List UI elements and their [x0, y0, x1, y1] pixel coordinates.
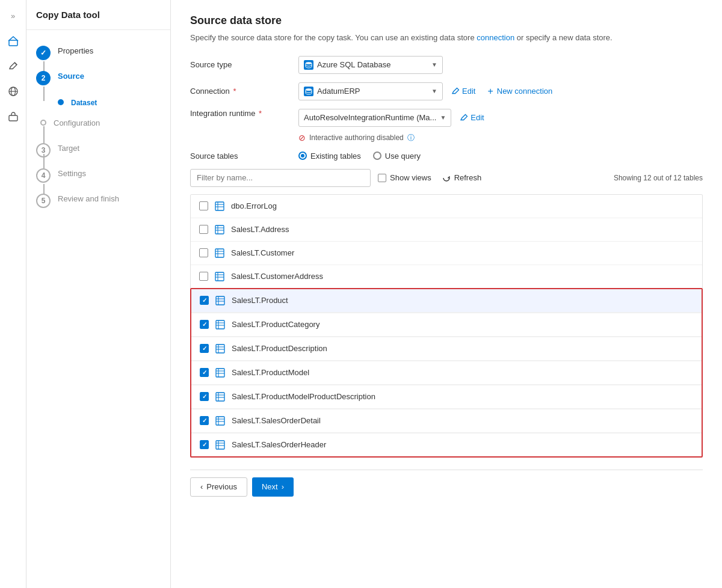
- table-checkbox-8[interactable]: [200, 392, 209, 401]
- svg-rect-20: [215, 272, 224, 281]
- table-grid-icon-8: [215, 391, 226, 402]
- connection-row: Connection * AdatumERP ▼ Edit + New conn…: [190, 82, 703, 100]
- connection-link[interactable]: connection: [477, 33, 514, 42]
- table-name-5: SalesLT.ProductCategory: [232, 320, 319, 329]
- source-tables-row: Source tables Existing tables Use query: [190, 152, 703, 161]
- table-checkbox-3[interactable]: [199, 272, 208, 281]
- table-row[interactable]: SalesLT.ProductCategory: [191, 313, 702, 337]
- edit-icon[interactable]: [2, 55, 24, 77]
- bottom-nav: ‹ Previous Next ›: [190, 470, 703, 504]
- nav-panel: Copy Data tool ✓ Properties 2 Source Dat…: [26, 0, 171, 588]
- table-checkbox-10[interactable]: [200, 440, 209, 449]
- connection-required: *: [231, 87, 236, 96]
- table-row[interactable]: SalesLT.CustomerAddress: [191, 265, 702, 288]
- table-name-9: SalesLT.SalesOrderDetail: [232, 416, 321, 425]
- step-target[interactable]: 3 Target: [26, 132, 170, 162]
- refresh-button[interactable]: Refresh: [439, 171, 486, 185]
- connection-controls: AdatumERP ▼ Edit + New connection: [298, 82, 556, 100]
- step3-label: Target: [58, 142, 79, 153]
- svg-rect-40: [216, 393, 224, 401]
- new-connection-button[interactable]: + New connection: [484, 84, 556, 99]
- step-configuration[interactable]: Configuration: [26, 107, 170, 132]
- step-review[interactable]: 5 Review and finish: [26, 188, 170, 213]
- table-checkbox-6[interactable]: [200, 344, 209, 353]
- connection-dropdown[interactable]: AdatumERP ▼: [298, 82, 443, 100]
- table-checkbox-5[interactable]: [200, 320, 209, 329]
- table-row[interactable]: SalesLT.SalesOrderDetail: [191, 409, 702, 433]
- table-checkbox-7[interactable]: [200, 368, 209, 377]
- table-checkbox-9[interactable]: [200, 416, 209, 425]
- table-row[interactable]: SalesLT.Customer: [191, 242, 702, 265]
- source-type-dropdown[interactable]: Azure SQL Database ▼: [298, 56, 443, 74]
- connection-label: Connection *: [190, 87, 298, 96]
- prev-chevron-icon: ‹: [200, 482, 203, 491]
- table-name-10: SalesLT.SalesOrderHeader: [232, 440, 326, 449]
- table-row[interactable]: SalesLT.ProductModelProductDescription: [191, 385, 702, 409]
- filter-bar: Show views Refresh Showing 12 out of 12 …: [190, 169, 703, 187]
- source-type-label: Source type: [190, 60, 298, 69]
- nav-steps: ✓ Properties 2 Source Dataset C: [26, 30, 170, 222]
- briefcase-icon[interactable]: [2, 106, 24, 127]
- authoring-info-icon[interactable]: ⓘ: [407, 133, 415, 143]
- table-row[interactable]: dbo.ErrorLog: [191, 195, 702, 218]
- expand-icon[interactable]: »: [2, 5, 24, 26]
- ir-value: AutoResolveIntegrationRuntime (Ma...: [304, 113, 436, 122]
- table-grid-icon-3: [214, 271, 225, 282]
- table-name-6: SalesLT.ProductDescription: [232, 344, 327, 353]
- step-properties[interactable]: ✓ Properties: [26, 40, 170, 65]
- ir-required: *: [256, 109, 262, 118]
- table-checkbox-4[interactable]: [200, 296, 209, 305]
- source-type-controls: Azure SQL Database ▼: [298, 56, 443, 74]
- table-row[interactable]: SalesLT.SalesOrderHeader: [191, 433, 702, 456]
- step5-label: Review and finish: [58, 192, 119, 203]
- step2-label: Source: [58, 70, 84, 81]
- table-name-3: SalesLT.CustomerAddress: [231, 272, 323, 281]
- step-settings[interactable]: 4 Settings: [26, 162, 170, 188]
- table-checkbox-0[interactable]: [199, 201, 208, 210]
- source-type-row: Source type Azure SQL Database ▼: [190, 56, 703, 74]
- table-row[interactable]: SalesLT.ProductModel: [191, 361, 702, 385]
- show-views-label[interactable]: Show views: [378, 173, 431, 182]
- main-content: Source data store Specify the source dat…: [171, 0, 722, 588]
- page-desc: Specify the source data store for the co…: [190, 32, 703, 44]
- step1-circle: ✓: [36, 46, 51, 60]
- edit-ir-button[interactable]: Edit: [456, 111, 487, 124]
- table-name-7: SalesLT.ProductModel: [232, 368, 309, 377]
- refresh-icon: [442, 174, 451, 182]
- table-grid-icon-10: [215, 439, 226, 450]
- table-row[interactable]: SalesLT.Address: [191, 218, 702, 242]
- svg-rect-48: [216, 441, 224, 449]
- radio-existing-tables[interactable]: Existing tables: [298, 152, 361, 161]
- ir-chevron: ▼: [440, 114, 446, 121]
- connection-chevron: ▼: [431, 88, 437, 94]
- table-name-1: SalesLT.Address: [231, 225, 289, 234]
- radio-existing-circle: [298, 152, 307, 160]
- table-grid-icon-2: [214, 248, 225, 259]
- show-views-checkbox[interactable]: [378, 174, 386, 182]
- table-row[interactable]: SalesLT.ProductDescription: [191, 337, 702, 361]
- previous-button[interactable]: ‹ Previous: [190, 477, 247, 497]
- integration-runtime-dropdown[interactable]: AutoResolveIntegrationRuntime (Ma... ▼: [298, 109, 451, 127]
- globe-icon[interactable]: [2, 81, 24, 102]
- step4-circle: 4: [36, 168, 51, 183]
- table-checkbox-2[interactable]: [199, 248, 208, 257]
- selection-box: SalesLT.Product SalesLT.ProductCategory …: [190, 288, 703, 458]
- table-list-unselected: dbo.ErrorLog SalesLT.Address SalesLT.Cus…: [190, 194, 703, 288]
- next-chevron-icon: ›: [282, 482, 284, 491]
- table-row[interactable]: SalesLT.Product: [191, 289, 702, 313]
- step5-circle: 5: [36, 194, 51, 208]
- edit-connection-button[interactable]: Edit: [448, 84, 479, 98]
- svg-rect-5: [9, 115, 17, 121]
- page-title: Source data store: [190, 14, 703, 27]
- step-source[interactable]: 2 Source Dataset: [26, 65, 170, 107]
- svg-rect-28: [216, 320, 224, 329]
- table-grid-icon-9: [215, 415, 226, 426]
- radio-use-query[interactable]: Use query: [373, 152, 421, 161]
- home-icon[interactable]: [2, 30, 24, 52]
- showing-count: Showing 12 out of 12 tables: [614, 174, 703, 182]
- svg-rect-12: [215, 225, 224, 234]
- next-button[interactable]: Next ›: [252, 477, 294, 497]
- filter-input[interactable]: [190, 169, 371, 187]
- table-checkbox-1[interactable]: [199, 225, 208, 234]
- connection-icon: [304, 87, 313, 96]
